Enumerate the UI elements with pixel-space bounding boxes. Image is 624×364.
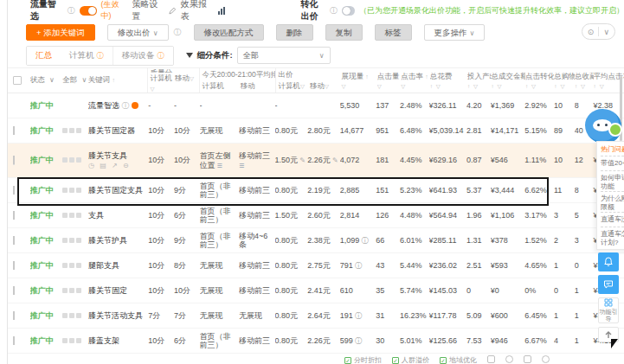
row-mini-icon[interactable] [62,288,68,293]
legend-label: 分时折扣 [354,355,382,364]
row-mini-icon[interactable] [76,313,81,318]
table-settings-control[interactable]: ⊙ ∨ [582,23,615,40]
faq-link[interactable]: 直通车怎么…广计划? [601,227,624,247]
row-mini-icon[interactable] [76,128,81,133]
row-mini-icon[interactable] [69,288,74,293]
row-checkbox[interactable] [13,156,15,164]
row-mini-icon[interactable] [76,338,81,343]
faq-link[interactable]: 带值20+… [601,156,624,170]
header-status[interactable]: 状态 ∨ [30,68,62,93]
cell-cvr: 6.67% [524,336,554,345]
row-mini-icon[interactable] [69,157,74,163]
legend-toggle[interactable]: ✓地域优化 [440,355,477,364]
row-mini-icon[interactable] [69,213,74,218]
row-checkbox[interactable] [13,336,15,345]
status-cell: 推广中 [30,236,63,245]
smart-bid-toggle[interactable] [342,6,355,16]
feature-guide-button[interactable]: 功能引导 [598,297,619,323]
row-mini-icon[interactable] [69,238,74,243]
report-link[interactable]: 效果报表 [181,0,214,22]
assistant-badge[interactable] [608,123,622,137]
header-all[interactable]: 全部 ∨ [62,68,88,93]
row-mini-icon[interactable] [69,313,74,318]
edit-bid-icon[interactable]: ✎ [298,156,306,164]
cell-ctr: 5.23% [400,186,429,195]
cell-gmv: ¥600 [491,311,525,320]
tab-计算机[interactable]: 计算机ⓘ [61,47,113,65]
rank-settings-icon[interactable]: ☰ [239,163,244,169]
header-cost[interactable]: 总花费↑ ▽ [430,68,467,93]
header-roi[interactable]: 投入产出比↑ ▽ [467,68,492,93]
row-checkbox[interactable] [13,211,15,220]
condition-select[interactable]: 全部 ∨ [237,47,331,64]
row-mini-icon[interactable] [62,157,68,163]
keyword-action-icons[interactable]: ◷ ▤ ↗ ⊖ [88,162,146,169]
edit-bid-icon[interactable]: ✎ [331,156,338,164]
notification-bell-button[interactable] [598,252,619,271]
tab-移动设备[interactable]: 移动设备ⓘ [113,47,173,65]
header-ctr[interactable]: 点击率 ↑▽ [401,68,429,93]
select-all-checkbox[interactable] [13,76,22,85]
header-clicks[interactable]: 点击量 ↓▽ [377,68,402,93]
row-mini-icon[interactable] [62,313,68,318]
row-checkbox[interactable] [13,261,15,270]
header-quality-group: 质量分 计算机▽移动▽ [147,68,199,93]
legend-toggle[interactable]: ✓人群溢价 [392,355,429,364]
modify-match-button[interactable]: 修改匹配方式 [194,24,264,41]
header-cvr[interactable]: 点击转化率↑ ▽ [525,68,554,93]
chat-button[interactable] [598,275,619,294]
header-impressions[interactable]: 展现量 ↑▽ [341,68,376,93]
cell-favs: 12 [575,156,594,164]
row-checkbox-cell [13,236,30,245]
faq-link[interactable]: 为什么刚…过日限额 [601,191,624,212]
row-mini-icon[interactable] [69,128,74,133]
status-cell: 推广中 [30,311,63,320]
row-checkbox[interactable] [13,186,15,195]
row-mini-icon[interactable] [76,288,81,293]
header-gmv[interactable]: 总成交金额↑ ▽ [492,68,525,93]
row-mini-icon[interactable] [76,263,81,268]
delete-button[interactable]: 删除 [276,24,313,41]
row-mini-icon[interactable] [69,188,74,193]
row-mini-icon[interactable] [76,157,81,163]
add-keyword-button[interactable]: + 添加关键词 [26,24,95,41]
status-cell: 推广中 [30,336,63,345]
row-mini-icon[interactable] [76,238,81,243]
row-mini-icon[interactable] [69,338,74,343]
status-cell: 推广中 [30,186,63,195]
modify-bid-dropdown[interactable]: 修改出价∨ [107,24,169,41]
faq-link[interactable]: 如何申请…图片功能 [601,170,624,191]
row-mini-icon[interactable] [62,188,68,193]
legend-toggle[interactable]: ✓分时折扣 [344,355,382,364]
row-checkbox[interactable] [13,126,15,135]
info-icon: ⓘ [174,27,182,38]
row-mini-icon[interactable] [62,263,68,268]
row-mini-icon[interactable] [62,213,68,218]
row-mini-icon[interactable] [69,263,74,268]
faq-link[interactable]: 直通车没…广 [601,212,624,227]
row-mini-icon[interactable] [62,128,68,133]
cell-ctr: 4.45% [400,156,429,164]
tag-button[interactable]: 标签 [375,24,412,41]
header-carts[interactable]: 总购物车数↑ ▽ [554,68,575,93]
header-keyword[interactable]: 关键词 ↑ [88,68,148,93]
row-mini-icon[interactable] [76,188,81,193]
cell-impressions: 2,814 [340,211,376,220]
rank-settings-icon[interactable]: ☰ [216,163,222,169]
keyword-label: 膝盖支架 [88,336,119,345]
row-checkbox[interactable] [13,311,15,320]
cell-rank-mobile: 移动前三 [239,261,275,270]
strategy-settings-link[interactable]: 策略设置 [132,0,165,22]
row-mini-icon[interactable] [62,338,68,343]
cell-rank-pc: 首页（非前三） [200,332,239,350]
row-checkbox[interactable] [13,236,15,245]
row-mini-icon[interactable] [62,238,68,243]
tab-汇总[interactable]: 汇总 [26,46,61,66]
row-mini-icon[interactable] [76,213,81,218]
cell-cost: ¥629.16 [429,156,467,164]
header-favs[interactable]: 总收藏数↑ ▽ [575,68,594,93]
traffic-smart-toggle[interactable] [80,6,97,16]
row-checkbox[interactable] [13,286,15,295]
copy-button[interactable]: 复制 [325,24,363,41]
more-actions-dropdown[interactable]: 更多操作∨ [424,24,486,41]
